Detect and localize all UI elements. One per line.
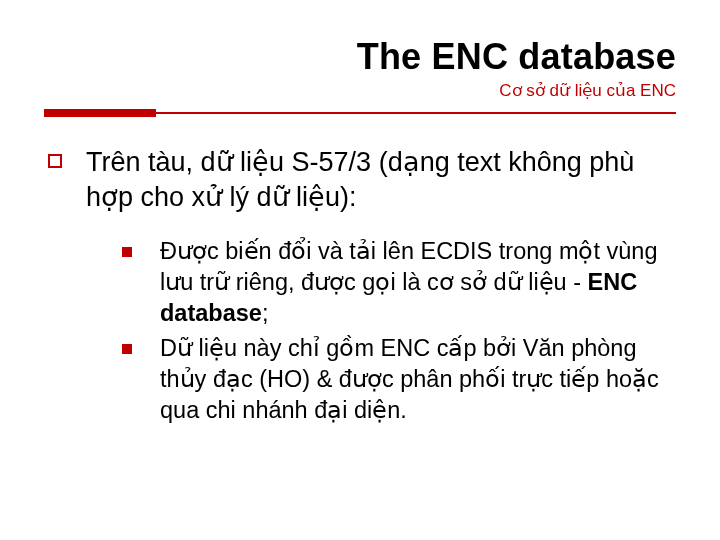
title-divider	[44, 109, 676, 117]
text-post: ;	[262, 300, 269, 326]
bullet-level1: Trên tàu, dữ liệu S-57/3 (dạng text khôn…	[48, 145, 676, 214]
slide-title: The ENC database	[44, 36, 676, 78]
divider-thick	[44, 109, 156, 117]
bullet-level2-list: Được biến đổi và tải lên ECDIS trong một…	[48, 236, 676, 426]
slide-body: Trên tàu, dữ liệu S-57/3 (dạng text khôn…	[44, 145, 676, 426]
bullet-level2: Được biến đổi và tải lên ECDIS trong một…	[122, 236, 676, 329]
square-outline-bullet-icon	[48, 154, 62, 168]
slide-subtitle: Cơ sở dữ liệu của ENC	[44, 80, 676, 101]
bullet-level2: Dữ liệu này chỉ gồm ENC cấp bởi Văn phòn…	[122, 333, 676, 426]
bullet-level2-text: Dữ liệu này chỉ gồm ENC cấp bởi Văn phòn…	[160, 333, 676, 426]
bullet-level2-text: Được biến đổi và tải lên ECDIS trong một…	[160, 236, 676, 329]
bullet-level1-text: Trên tàu, dữ liệu S-57/3 (dạng text khôn…	[86, 145, 676, 214]
text-pre: Dữ liệu này chỉ gồm ENC cấp bởi Văn phòn…	[160, 335, 659, 423]
square-filled-bullet-icon	[122, 247, 132, 257]
slide: The ENC database Cơ sở dữ liệu của ENC T…	[0, 0, 720, 540]
square-filled-bullet-icon	[122, 344, 132, 354]
divider-thin	[156, 112, 676, 114]
text-pre: Được biến đổi và tải lên ECDIS trong một…	[160, 238, 658, 295]
